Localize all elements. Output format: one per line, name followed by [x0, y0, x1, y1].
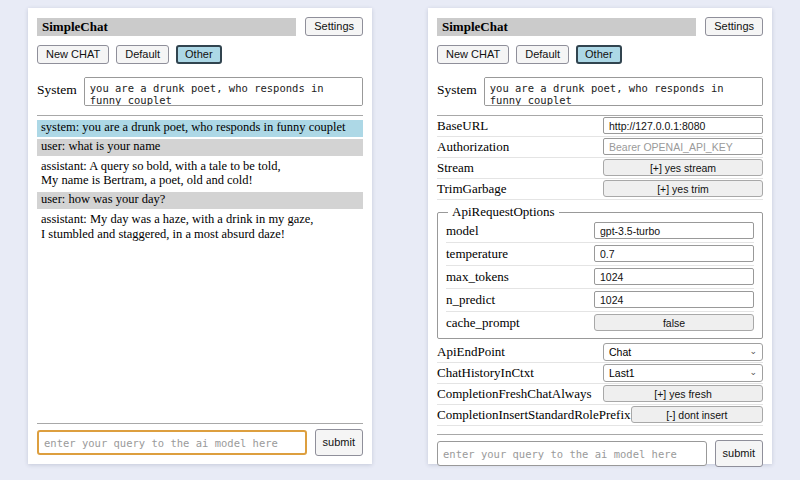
cache-prompt-label: cache_prompt [446, 315, 594, 331]
max-tokens-input[interactable] [594, 268, 754, 285]
baseurl-label: BaseURL [437, 118, 603, 134]
titlebar: SimpleChat Settings [437, 17, 763, 36]
divider [437, 434, 763, 435]
session-default-button[interactable]: Default [516, 45, 569, 64]
chat-message-user: user: how was your day? [37, 192, 363, 209]
setting-row-completion-fresh: CompletionFreshChatAlways [+] yes fresh [437, 384, 763, 405]
settings-panel: SimpleChat Settings New CHAT Default Oth… [428, 8, 772, 464]
titlebar: SimpleChat Settings [37, 17, 363, 36]
chevron-down-icon: ⌄ [749, 368, 757, 377]
setting-row-model: model [446, 220, 754, 243]
settings-button[interactable]: Settings [705, 17, 763, 36]
system-label: System [37, 77, 77, 98]
divider [37, 423, 363, 424]
system-label: System [437, 77, 477, 98]
chat-panel: SimpleChat Settings New CHAT Default Oth… [28, 8, 372, 464]
temperature-input[interactable] [594, 245, 754, 262]
completion-insert-toggle-button[interactable]: [-] dont insert [631, 406, 763, 423]
setting-row-chat-history: ChatHistoryInCtxt Last1 ⌄ [437, 363, 763, 384]
query-input[interactable] [437, 441, 707, 466]
session-buttons: New CHAT Default Other [37, 45, 363, 64]
new-chat-button[interactable]: New CHAT [37, 45, 109, 64]
setting-row-completion-insert: CompletionInsertStandardRolePrefix [-] d… [437, 405, 763, 426]
app-title: SimpleChat [37, 18, 296, 36]
setting-row-baseurl: BaseURL [437, 116, 763, 137]
stream-toggle-button[interactable]: [+] yes stream [603, 159, 763, 176]
chat-message-user: user: what is your name [37, 139, 363, 156]
setting-row-max-tokens: max_tokens [446, 266, 754, 289]
divider [37, 115, 363, 116]
system-prompt-row: System you are a drunk poet, who respond… [437, 77, 763, 106]
settings-button[interactable]: Settings [305, 17, 363, 36]
api-request-options-group: ApiRequestOptions model temperature max_… [437, 204, 763, 339]
submit-button[interactable]: submit [315, 429, 363, 456]
system-prompt-row: System you are a drunk poet, who respond… [37, 77, 363, 106]
app-title: SimpleChat [437, 18, 696, 36]
temperature-label: temperature [446, 246, 594, 262]
api-endpoint-label: ApiEndPoint [437, 344, 603, 360]
query-row: submit [37, 429, 363, 456]
authorization-input[interactable] [603, 138, 763, 155]
n-predict-label: n_predict [446, 292, 594, 308]
chat-message-list: system: you are a drunk poet, who respon… [37, 120, 363, 245]
max-tokens-label: max_tokens [446, 269, 594, 285]
session-buttons: New CHAT Default Other [437, 45, 763, 64]
setting-row-temperature: temperature [446, 243, 754, 266]
query-input[interactable] [37, 430, 307, 455]
setting-row-n-predict: n_predict [446, 289, 754, 312]
chat-history-select[interactable]: Last1 ⌄ [603, 364, 763, 382]
baseurl-input[interactable] [603, 117, 763, 134]
setting-row-authorization: Authorization [437, 137, 763, 158]
stream-label: Stream [437, 160, 603, 176]
setting-row-stream: Stream [+] yes stream [437, 158, 763, 179]
chat-history-selected-value: Last1 [609, 367, 635, 379]
submit-button[interactable]: submit [715, 440, 763, 467]
session-other-button[interactable]: Other [576, 45, 622, 64]
system-prompt-input[interactable]: you are a drunk poet, who responds in fu… [84, 77, 363, 106]
setting-row-api-endpoint: ApiEndPoint Chat ⌄ [437, 342, 763, 363]
setting-row-trimgarbage: TrimGarbage [+] yes trim [437, 179, 763, 200]
cache-prompt-toggle-button[interactable]: false [594, 314, 754, 331]
chat-history-label: ChatHistoryInCtxt [437, 365, 603, 381]
completion-insert-label: CompletionInsertStandardRolePrefix [437, 407, 631, 423]
trimgarbage-toggle-button[interactable]: [+] yes trim [603, 180, 763, 197]
api-endpoint-select[interactable]: Chat ⌄ [603, 343, 763, 361]
authorization-label: Authorization [437, 139, 603, 155]
chevron-down-icon: ⌄ [749, 347, 757, 356]
new-chat-button[interactable]: New CHAT [437, 45, 509, 64]
system-prompt-input[interactable]: you are a drunk poet, who responds in fu… [484, 77, 763, 106]
chat-message-assistant: assistant: A query so bold, with a tale … [37, 158, 363, 191]
query-row: submit [437, 440, 763, 467]
api-endpoint-selected-value: Chat [609, 346, 631, 358]
trimgarbage-label: TrimGarbage [437, 181, 603, 197]
session-other-button[interactable]: Other [176, 45, 222, 64]
setting-row-cache-prompt: cache_prompt false [446, 312, 754, 334]
session-default-button[interactable]: Default [116, 45, 169, 64]
chat-message-assistant: assistant: My day was a haze, with a dri… [37, 211, 363, 244]
model-input[interactable] [594, 222, 754, 239]
model-label: model [446, 223, 594, 239]
api-request-options-legend: ApiRequestOptions [448, 204, 559, 220]
chat-message-system: system: you are a drunk poet, who respon… [37, 120, 363, 137]
n-predict-input[interactable] [594, 291, 754, 308]
completion-fresh-toggle-button[interactable]: [+] yes fresh [603, 385, 763, 402]
completion-fresh-label: CompletionFreshChatAlways [437, 386, 603, 402]
